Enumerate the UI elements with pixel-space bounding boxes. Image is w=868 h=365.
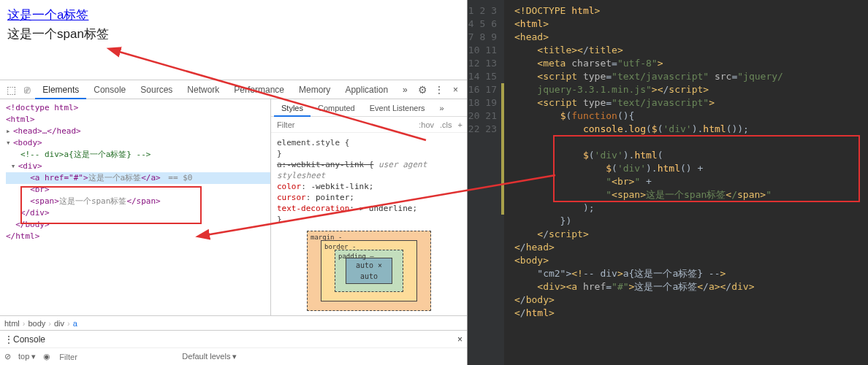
console-filter[interactable] [58, 352, 175, 362]
tab-console[interactable]: Console [86, 80, 133, 99]
cls-toggle[interactable]: .cls [440, 120, 452, 129]
devtools-tabbar: ⬚ ⎚ Elements Console Sources Network Per… [0, 80, 467, 99]
tab-network[interactable]: Network [180, 80, 226, 99]
demo-link[interactable]: 这是一个a标签 [7, 8, 88, 22]
tab-memory[interactable]: Memory [292, 80, 338, 99]
tab-sources[interactable]: Sources [133, 80, 180, 99]
console-toolbar: ⊘ top ▾ ◉ Default levels ▾ [0, 347, 467, 365]
close-drawer[interactable]: × [457, 334, 462, 345]
styles-tab[interactable]: Styles [274, 99, 311, 117]
context-selector[interactable]: top ▾ [18, 352, 36, 361]
live-expr-icon[interactable]: ◉ [43, 352, 50, 361]
settings-icon[interactable]: ⚙ [415, 84, 431, 96]
inspect-icon[interactable]: ⬚ [3, 84, 19, 96]
more-icon[interactable]: ⋮ [431, 84, 447, 96]
tab-performance[interactable]: Performance [226, 80, 292, 99]
gutter: 1 2 3 4 5 6 7 8 9 10 11 12 13 14 15 16 1… [468, 0, 504, 365]
code-editor[interactable]: 1 2 3 4 5 6 7 8 9 10 11 12 13 14 15 16 1… [468, 0, 868, 365]
styles-more[interactable]: » [433, 99, 452, 117]
rendered-page: 这是一个a标签 这是一个span标签 [0, 0, 467, 80]
hov-toggle[interactable]: :hov [419, 120, 434, 129]
styles-filter[interactable] [275, 120, 413, 130]
console-drawer-tab[interactable]: ⋮ Console × [0, 330, 467, 347]
computed-tab[interactable]: Computed [311, 99, 362, 117]
demo-span: 这是一个span标签 [7, 27, 109, 41]
styles-pane: Styles Computed Event Listeners » :hov .… [270, 99, 467, 315]
device-icon[interactable]: ⎚ [19, 84, 35, 96]
elements-tree[interactable]: <!doctype html> <html> ▸<head>…</head> ▾… [0, 99, 270, 315]
log-levels[interactable]: Default levels ▾ [182, 352, 237, 361]
breadcrumb[interactable]: html› body› div› a [0, 315, 467, 330]
clear-console-icon[interactable]: ⊘ [4, 352, 11, 361]
eventlisteners-tab[interactable]: Event Listeners [362, 99, 433, 117]
close-devtools[interactable]: × [447, 85, 464, 95]
new-rule[interactable]: + [458, 120, 462, 129]
tab-elements[interactable]: Elements [35, 80, 86, 99]
devtools: ⬚ ⎚ Elements Console Sources Network Per… [0, 80, 467, 365]
selected-node[interactable]: <a href="#">这是一个a标签</a> == $0 [6, 172, 270, 184]
tab-application[interactable]: Application [338, 80, 395, 99]
tabs-more[interactable]: » [395, 80, 415, 99]
box-model: margin - border - padding – auto × auto [307, 231, 431, 311]
